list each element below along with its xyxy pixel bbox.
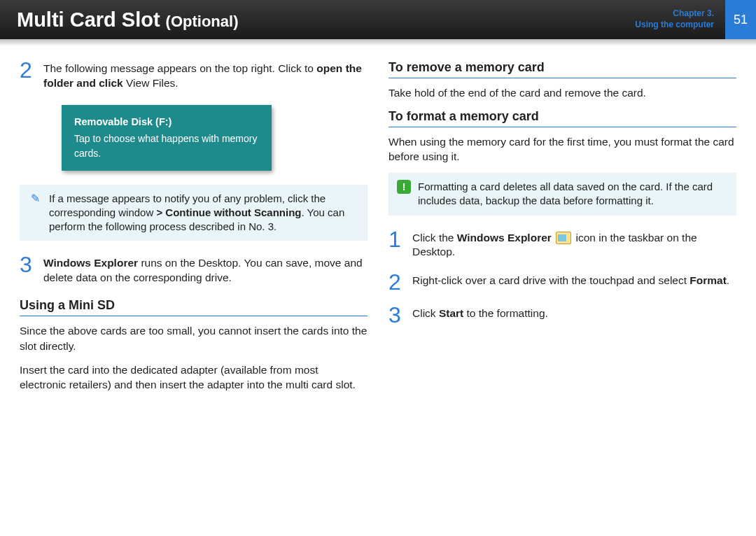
page-title: Multi Card Slot (Optional) (17, 8, 238, 31)
note-b: > Continue without Scanning (156, 206, 301, 218)
step-number: 2 (388, 272, 405, 292)
note-box: ✎ If a message appears to notify you of … (20, 185, 368, 241)
heading-remove: To remove a memory card (388, 60, 736, 78)
format-p: When using the memory card for the first… (388, 134, 736, 164)
step-body: Click Start to the formatting. (412, 305, 548, 325)
format-step-1: 1 Click the Windows Explorer icon in the… (388, 230, 736, 260)
step-number: 2 (20, 60, 36, 91)
right-column: To remove a memory card Take hold of the… (388, 60, 736, 401)
removable-disk-notification: Removable Disk (F:) Tap to choose what h… (62, 105, 272, 171)
step-number: 1 (388, 230, 405, 260)
fstep2-a: Right-click over a card drive with the t… (412, 274, 690, 286)
warning-icon: ! (397, 180, 411, 194)
step-number: 3 (388, 305, 405, 325)
windows-explorer-icon (556, 232, 571, 244)
step3-a: Windows Explorer (43, 257, 138, 269)
step-body: The following message appears on the top… (43, 60, 368, 91)
fstep1-b: Windows Explorer (457, 232, 552, 244)
step-body: Right-click over a card drive with the t… (412, 272, 729, 292)
fstep3-a: Click (412, 307, 439, 319)
step-body: Windows Explorer runs on the Desktop. Yo… (43, 255, 368, 285)
step2-text-c: View Files. (123, 77, 178, 89)
step-body: Click the Windows Explorer icon in the t… (412, 230, 736, 260)
minisd-p2: Insert the card into the dedicated adapt… (20, 362, 368, 393)
chapter-label: Chapter 3. (635, 8, 714, 20)
title-main: Multi Card Slot (17, 8, 160, 31)
content-area: 2 The following message appears on the t… (0, 46, 756, 415)
fstep3-b: Start (439, 307, 463, 319)
fstep2-b: Format (690, 274, 727, 286)
step-number: 3 (20, 255, 36, 285)
header-shadow (0, 39, 756, 46)
step-2: 2 The following message appears on the t… (20, 60, 368, 91)
step2-text-a: The following message appears on the top… (43, 62, 316, 74)
fstep3-c: to the formatting. (463, 307, 548, 319)
remove-p: Take hold of the end of the card and rem… (388, 85, 736, 101)
pencil-icon: ✎ (28, 192, 42, 206)
page-number: 51 (725, 0, 756, 39)
chapter-sub: Using the computer (635, 20, 714, 31)
warning-box: ! Formatting a card deletes all data sav… (388, 173, 736, 216)
heading-mini-sd: Using a Mini SD (20, 298, 368, 316)
format-step-2: 2 Right-click over a card drive with the… (388, 272, 736, 292)
notification-body: Tap to choose what happens with memory c… (74, 132, 259, 161)
title-suffix: (Optional) (166, 13, 239, 31)
chapter-info: Chapter 3. Using the computer (635, 8, 718, 30)
note-text: If a message appears to notify you of an… (49, 192, 359, 234)
header-right: Chapter 3. Using the computer 51 (635, 0, 756, 39)
page-header: Multi Card Slot (Optional) Chapter 3. Us… (0, 0, 756, 39)
format-step-3: 3 Click Start to the formatting. (388, 305, 736, 325)
minisd-p1: Since the above cards are too small, you… (20, 323, 368, 353)
warning-text: Formatting a card deletes all data saved… (418, 180, 728, 209)
notification-title: Removable Disk (F:) (74, 115, 259, 130)
left-column: 2 The following message appears on the t… (20, 60, 368, 401)
step-3: 3 Windows Explorer runs on the Desktop. … (20, 255, 368, 285)
heading-format: To format a memory card (388, 109, 736, 127)
fstep2-c: . (727, 274, 729, 286)
fstep1-a: Click the (412, 232, 457, 244)
